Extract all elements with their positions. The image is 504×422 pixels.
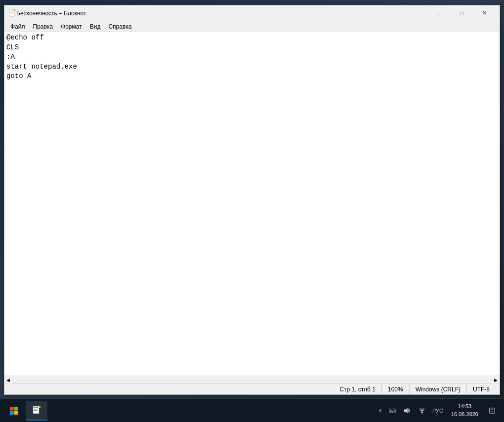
clock-time: 14:53 xyxy=(458,403,472,410)
start-button[interactable] xyxy=(4,401,24,421)
desktop: Бесконечность – Блокнот – □ ✕ Файл Правк… xyxy=(0,0,504,422)
svg-rect-16 xyxy=(389,409,395,413)
svg-marker-24 xyxy=(404,408,408,413)
svg-rect-13 xyxy=(34,410,37,411)
svg-rect-8 xyxy=(10,411,14,415)
tray-lang-label[interactable]: РУС xyxy=(430,403,445,419)
window-title: Бесконечность – Блокнот xyxy=(16,10,427,17)
status-encoding-section: UTF-8 xyxy=(467,384,496,394)
taskbar-clock[interactable]: 14:53 16.06.2020 xyxy=(447,403,482,418)
status-position-section: Стр 1, стлб 1 xyxy=(8,384,382,394)
horizontal-scrollbar[interactable]: ◀ ▶ xyxy=(4,376,500,384)
taskbar: ∧ xyxy=(0,398,504,422)
status-zoom-section: 100% xyxy=(382,384,410,394)
minimize-button[interactable]: – xyxy=(427,5,450,21)
svg-rect-19 xyxy=(393,410,393,410)
menu-bar: Файл Правка Формат Вид Справка xyxy=(4,21,500,32)
svg-rect-25 xyxy=(421,411,423,413)
svg-rect-7 xyxy=(14,407,18,411)
scroll-left-button[interactable]: ◀ xyxy=(4,376,12,384)
svg-rect-11 xyxy=(34,407,39,408)
svg-rect-20 xyxy=(394,410,394,410)
notepad-window: Бесконечность – Блокнот – □ ✕ Файл Правк… xyxy=(4,5,500,395)
window-controls: – □ ✕ xyxy=(427,5,496,21)
editor-textarea[interactable]: @echo off CLS :A start notepad.exe goto … xyxy=(4,32,500,376)
status-zoom: 100% xyxy=(388,386,403,393)
menu-format[interactable]: Формат xyxy=(57,22,86,31)
svg-rect-17 xyxy=(390,410,391,410)
svg-rect-9 xyxy=(14,411,18,415)
tray-chevron[interactable]: ∧ xyxy=(377,406,384,415)
status-position: Стр 1, стлб 1 xyxy=(339,386,376,393)
svg-rect-12 xyxy=(34,409,39,410)
tray-volume-icon[interactable] xyxy=(401,403,414,419)
status-line-ending: Windows (CRLF) xyxy=(416,386,461,393)
status-bar: Стр 1, стлб 1 100% Windows (CRLF) UTF-8 xyxy=(4,384,500,394)
menu-help[interactable]: Справка xyxy=(104,22,135,31)
close-button[interactable]: ✕ xyxy=(473,5,496,21)
svg-rect-6 xyxy=(10,407,14,411)
clock-date: 16.06.2020 xyxy=(451,411,478,418)
taskbar-apps xyxy=(24,401,377,421)
menu-edit[interactable]: Правка xyxy=(29,22,57,31)
menu-file[interactable]: Файл xyxy=(6,22,29,31)
notepad-icon xyxy=(8,9,16,17)
svg-rect-23 xyxy=(394,411,394,411)
svg-rect-1 xyxy=(10,11,14,11)
taskbar-app-notepad[interactable] xyxy=(26,401,47,421)
scroll-right-button[interactable]: ▶ xyxy=(492,376,500,384)
svg-rect-18 xyxy=(391,410,392,410)
lang-text: РУС xyxy=(432,408,443,414)
taskbar-system: ∧ xyxy=(377,401,500,421)
title-bar: Бесконечность – Блокнот – □ ✕ xyxy=(4,5,500,21)
menu-view[interactable]: Вид xyxy=(86,22,105,31)
status-line-ending-section: Windows (CRLF) xyxy=(410,384,467,394)
svg-rect-27 xyxy=(490,408,495,413)
editor-container: @echo off CLS :A start notepad.exe goto … xyxy=(4,32,500,376)
status-encoding: UTF-8 xyxy=(473,386,490,393)
svg-rect-2 xyxy=(10,12,14,12)
maximize-button[interactable]: □ xyxy=(450,5,473,21)
svg-rect-21 xyxy=(390,411,391,411)
scrollbar-h-track xyxy=(12,376,492,384)
notification-center-button[interactable] xyxy=(484,401,500,421)
tray-keyboard-icon[interactable] xyxy=(386,403,399,419)
svg-rect-3 xyxy=(10,13,13,13)
svg-rect-22 xyxy=(391,411,393,411)
tray-network-icon[interactable] xyxy=(416,403,428,419)
